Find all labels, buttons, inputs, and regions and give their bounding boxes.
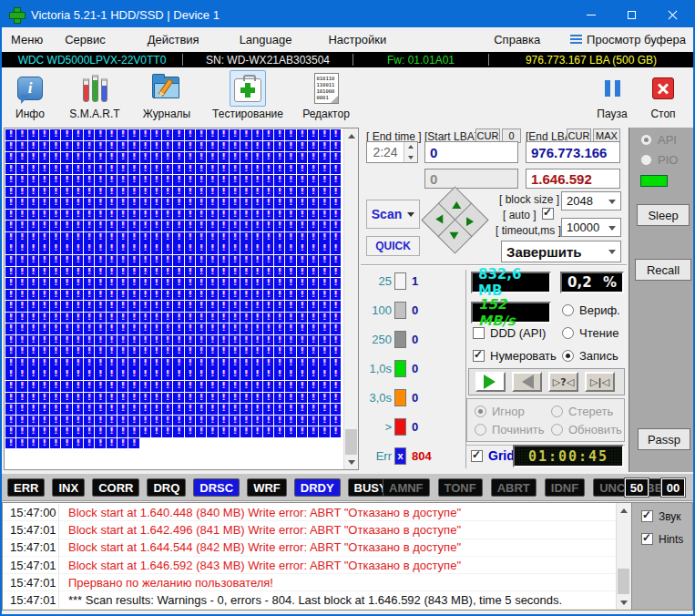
- log-scroll-thumb[interactable]: [618, 569, 629, 594]
- menu-item-3[interactable]: Действия: [148, 29, 199, 50]
- sleep-button[interactable]: Sleep: [637, 204, 690, 226]
- block-cell: !: [118, 210, 128, 221]
- end-time-spinner[interactable]: 2:24: [366, 141, 418, 163]
- sound-checkbox[interactable]: [641, 510, 653, 522]
- block-cell: !: [207, 369, 217, 380]
- block-cell: !: [173, 232, 183, 243]
- block-cell: !: [185, 323, 195, 334]
- editor-button[interactable]: 0101101100111010000001 Редактор: [291, 67, 361, 120]
- menu-item-1[interactable]: Меню: [11, 29, 43, 50]
- block-cell: !: [308, 129, 318, 140]
- stop-button[interactable]: Стоп: [639, 67, 688, 120]
- block-cell: !: [50, 426, 60, 437]
- log-scroll-up-icon[interactable]: [617, 503, 631, 518]
- menu-item-6[interactable]: Справка: [494, 29, 540, 50]
- spin-up-icon[interactable]: [404, 142, 417, 152]
- minimize-button[interactable]: [570, 2, 611, 27]
- block-cell: !: [28, 129, 38, 140]
- auto-checkbox[interactable]: [542, 208, 554, 220]
- block-cell: !: [128, 221, 138, 231]
- read-radio[interactable]: [562, 327, 574, 339]
- block-size-combo[interactable]: 2048: [561, 191, 621, 210]
- maximize-button[interactable]: [611, 2, 652, 27]
- menu-item-2[interactable]: Сервис: [65, 29, 106, 50]
- scan-button[interactable]: Scan: [366, 200, 420, 229]
- block-cell: !: [128, 243, 138, 254]
- log-scrollbar[interactable]: [616, 503, 631, 610]
- start-lba-input[interactable]: 0: [424, 141, 518, 163]
- recall-button[interactable]: Recall: [635, 259, 691, 281]
- block-cell: !: [319, 426, 329, 437]
- block-cell: !: [331, 323, 341, 334]
- grid-checkbox[interactable]: [471, 450, 483, 462]
- scroll-thumb[interactable]: [345, 429, 357, 455]
- block-cell: !: [252, 267, 262, 278]
- block-cell: !: [274, 210, 284, 221]
- seek-question-button[interactable]: ▷?◁: [548, 372, 578, 392]
- block-cell: !: [274, 221, 284, 231]
- passp-button[interactable]: Passp: [638, 428, 690, 450]
- log-message: Block start at 1.646.592 (843 MB) Write …: [59, 559, 461, 572]
- block-cell: !: [285, 290, 295, 301]
- play-button[interactable]: [475, 372, 506, 392]
- block-cell: !: [196, 358, 206, 369]
- hints-checkbox[interactable]: [641, 533, 653, 545]
- test-button[interactable]: Тестирование: [204, 67, 291, 120]
- legend-row-25: 251: [363, 272, 465, 290]
- menu-item-4[interactable]: Language: [240, 29, 292, 50]
- block-cell: !: [331, 187, 341, 198]
- quick-button[interactable]: QUICK: [366, 236, 420, 256]
- smart-button[interactable]: S.M.A.R.T: [62, 67, 128, 120]
- write-radio[interactable]: [562, 350, 574, 362]
- after-scan-action-combo[interactable]: Завершить: [501, 241, 621, 262]
- block-cell: !: [230, 426, 240, 437]
- block-cell: !: [263, 369, 273, 380]
- back-button[interactable]: [512, 372, 542, 392]
- block-cell: !: [61, 301, 71, 312]
- block-cell: !: [319, 369, 329, 380]
- numerate-checkbox[interactable]: [473, 350, 485, 362]
- block-cell: !: [297, 255, 307, 266]
- info-button[interactable]: i Инфо: [4, 67, 56, 120]
- pause-button[interactable]: Пауза: [588, 67, 637, 120]
- block-cell: !: [308, 381, 318, 392]
- block-cell: !: [173, 301, 183, 312]
- block-cell: !: [28, 267, 38, 278]
- scroll-up-icon[interactable]: [344, 128, 359, 143]
- block-cell: !: [5, 369, 15, 380]
- block-cell: !: [162, 369, 172, 380]
- ddd-checkbox[interactable]: [473, 327, 485, 339]
- block-cell: !: [128, 381, 138, 392]
- timeout-combo[interactable]: 10000: [561, 218, 621, 237]
- seek-end-button[interactable]: ▷|◁: [585, 372, 615, 392]
- block-cell: !: [274, 358, 284, 369]
- block-cell: !: [263, 152, 273, 163]
- block-cell: !: [308, 198, 318, 209]
- close-button[interactable]: [652, 2, 693, 27]
- block-map-scrollbar[interactable]: [343, 128, 358, 469]
- spin-down-icon[interactable]: [404, 152, 417, 162]
- block-cell: !: [219, 164, 229, 175]
- end-lba-input[interactable]: 976.773.166: [526, 141, 620, 163]
- menu-item-5[interactable]: Настройки: [328, 29, 386, 50]
- log-scroll-down-icon[interactable]: [617, 595, 631, 610]
- block-cell: !: [263, 335, 273, 346]
- logs-button[interactable]: Журналы: [133, 67, 200, 120]
- block-cell: !: [50, 323, 60, 334]
- block-cell: !: [5, 243, 15, 254]
- binary-line: 101000: [317, 88, 338, 95]
- buffer-view-button[interactable]: Просмотр буфера: [570, 33, 686, 46]
- block-cell: !: [5, 335, 15, 346]
- block-cell: !: [39, 393, 49, 404]
- block-cell: !: [50, 187, 60, 198]
- block-cell: !: [252, 278, 262, 289]
- block-cell: !: [331, 152, 341, 163]
- block-cell: !: [84, 393, 94, 404]
- verify-radio[interactable]: [562, 304, 574, 316]
- block-cell: !: [61, 187, 71, 198]
- scroll-down-icon[interactable]: [344, 455, 359, 469]
- block-cell: !: [118, 290, 128, 301]
- block-cell: !: [308, 255, 318, 266]
- block-cell: !: [140, 393, 150, 404]
- block-cell: !: [274, 290, 284, 301]
